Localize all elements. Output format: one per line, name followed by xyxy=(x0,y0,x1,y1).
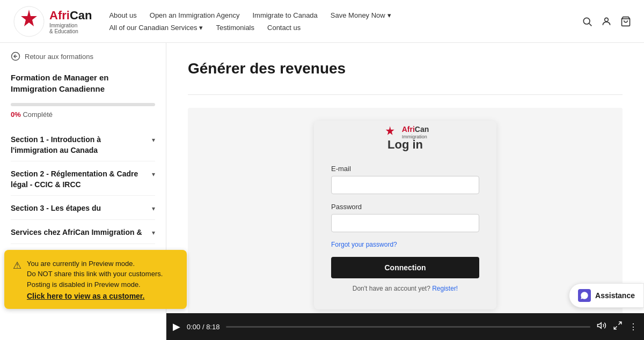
header: AfriCan Immigration & Education About us… xyxy=(0,0,644,43)
video-fullscreen-button[interactable] xyxy=(613,321,623,332)
svg-marker-9 xyxy=(598,323,602,329)
email-label: E-mail xyxy=(331,165,479,173)
chevron-down-icon: ▾ xyxy=(152,229,155,236)
assistance-button[interactable]: Assistance xyxy=(569,283,644,308)
divider xyxy=(188,94,623,95)
cart-button[interactable] xyxy=(620,16,631,27)
section-2[interactable]: Section 2 - Réglementation & Cadre légal… xyxy=(11,164,155,196)
chat-icon xyxy=(578,289,591,302)
nav-about[interactable]: About us xyxy=(109,11,136,19)
assistance-label: Assistance xyxy=(595,291,635,300)
person-icon xyxy=(601,16,612,27)
nav-contact[interactable]: Contact us xyxy=(267,24,301,32)
nav-open-agency[interactable]: Open an Immigration Agency xyxy=(150,11,240,19)
video-play-button[interactable]: ▶ xyxy=(173,321,180,332)
logo[interactable]: AfriCan Immigration & Education xyxy=(13,5,92,38)
svg-point-4 xyxy=(605,18,609,21)
svg-line-11 xyxy=(614,327,617,329)
password-input[interactable] xyxy=(331,214,479,232)
back-icon xyxy=(11,51,20,61)
logo-icon xyxy=(13,5,45,38)
video-progress-bar[interactable] xyxy=(226,326,590,328)
chevron-down-icon: ▾ xyxy=(152,171,155,178)
nav-canadian-services[interactable]: All of our Canadian Services ▾ xyxy=(109,24,203,32)
forgot-password-link[interactable]: Forgot your password? xyxy=(331,241,479,248)
section-3[interactable]: Section 3 - Les étapes du ▾ xyxy=(11,198,155,220)
video-bar: ▶ 0:00 / 8:18 ⋮ xyxy=(166,313,644,340)
progress-text: 0% Complété xyxy=(11,110,155,119)
email-input[interactable] xyxy=(331,176,479,194)
section-4[interactable]: Services chez AfriCan Immigration & ▾ xyxy=(11,222,155,244)
login-card: Log in E-mail Password Forgot your passw… xyxy=(314,121,496,309)
chevron-down-icon: ▾ xyxy=(152,205,155,212)
svg-marker-8 xyxy=(386,126,394,135)
header-icons xyxy=(582,16,631,27)
nav-save-money[interactable]: Save Money Now ▾ xyxy=(331,11,391,19)
progress-bar-container xyxy=(11,103,155,106)
email-form-group: E-mail xyxy=(331,165,479,194)
warning-icon: ⚠ xyxy=(13,260,21,271)
page-title: Générer des revenues xyxy=(188,60,623,77)
fullscreen-icon xyxy=(613,321,623,330)
search-icon xyxy=(582,16,592,27)
register-text: Don't have an account yet? Register! xyxy=(331,285,479,292)
search-button[interactable] xyxy=(582,16,592,27)
content-area: AfriCan Immigration Log in E-mail Passwo… xyxy=(188,108,623,322)
video-more-button[interactable]: ⋮ xyxy=(629,322,638,332)
section-1[interactable]: Section 1 - Introduction à l'immigration… xyxy=(11,129,155,161)
account-button[interactable] xyxy=(601,16,612,27)
volume-icon xyxy=(597,321,606,330)
password-label: Password xyxy=(331,203,479,211)
nav-testimonials[interactable]: Testimonials xyxy=(216,24,254,32)
connection-button[interactable]: Connection xyxy=(331,257,479,278)
register-link[interactable]: Register! xyxy=(432,285,458,292)
logo-text: AfriCan Immigration & Education xyxy=(49,9,92,34)
course-title: Formation de Manager en Immigration Cana… xyxy=(11,72,155,94)
video-time: 0:00 / 8:18 xyxy=(187,323,219,331)
password-form-group: Password xyxy=(331,203,479,232)
cart-icon xyxy=(620,16,631,27)
video-volume-button[interactable] xyxy=(597,321,606,332)
svg-point-2 xyxy=(583,18,590,24)
nav-row2: All of our Canadian Services ▾ Testimoni… xyxy=(109,24,391,32)
preview-view-as-customer-link[interactable]: Click here to view as a customer. xyxy=(27,292,163,300)
chevron-down-icon: ▾ xyxy=(387,11,391,19)
sidebar-back-button[interactable]: Retour aux formations xyxy=(11,51,155,61)
chevron-down-icon: ▾ xyxy=(199,24,203,32)
nav-immigrate[interactable]: Immigrate to Canada xyxy=(252,11,317,19)
nav-row1: About us Open an Immigration Agency Immi… xyxy=(109,11,391,19)
video-controls-right: ⋮ xyxy=(597,321,638,332)
header-nav: About us Open an Immigration Agency Immi… xyxy=(109,11,391,32)
svg-line-10 xyxy=(619,322,621,324)
svg-line-3 xyxy=(589,23,592,26)
chevron-down-icon: ▾ xyxy=(152,136,155,144)
preview-banner-text: You are currently in Preview mode. Do NO… xyxy=(27,258,163,301)
african-logo-small: AfriCan Immigration xyxy=(382,124,429,141)
preview-banner: ⚠ You are currently in Preview mode. Do … xyxy=(4,250,187,309)
